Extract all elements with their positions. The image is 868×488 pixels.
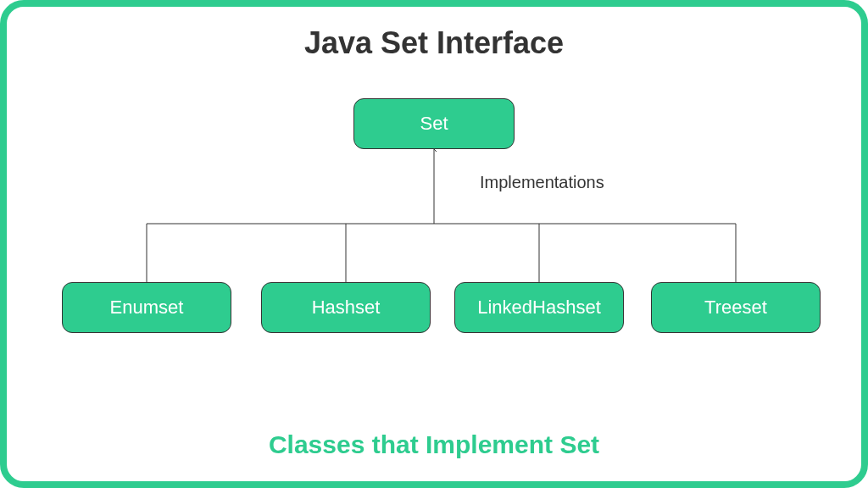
connector-lines xyxy=(7,7,861,481)
child-node-enumset: Enumset xyxy=(62,282,231,333)
child-node-linkedhashset: LinkedHashset xyxy=(454,282,624,333)
root-node-label: Set xyxy=(420,113,448,135)
root-node-set: Set xyxy=(353,98,515,149)
diagram-title: Java Set Interface xyxy=(304,25,564,61)
diagram-container: Java Set Interface Set Implementations E… xyxy=(0,0,868,488)
diagram-subtitle: Classes that Implement Set xyxy=(269,430,599,459)
edge-label-implementations: Implementations xyxy=(480,173,604,192)
child-node-label: LinkedHashset xyxy=(477,297,601,319)
child-node-treeset: Treeset xyxy=(651,282,821,333)
child-node-hashset: Hashset xyxy=(261,282,431,333)
child-node-label: Hashset xyxy=(312,297,381,319)
child-node-label: Enumset xyxy=(110,297,184,319)
child-node-label: Treeset xyxy=(704,297,767,319)
